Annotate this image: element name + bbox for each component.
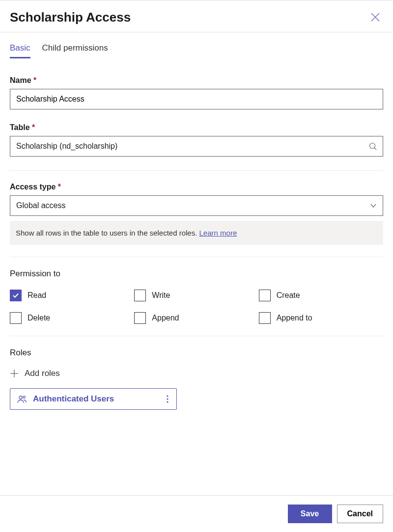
tab-bar: Basic Child permissions: [10, 32, 383, 58]
permission-append-to: Append to: [259, 312, 383, 324]
permission-delete: Delete: [10, 312, 134, 324]
access-type-select[interactable]: Global access: [10, 195, 383, 216]
check-icon: [12, 292, 19, 299]
checkbox-label: Delete: [28, 314, 50, 322]
page-title: Scholarship Access: [10, 10, 131, 25]
tab-basic[interactable]: Basic: [10, 43, 30, 58]
plus-icon: [10, 369, 19, 378]
save-button[interactable]: Save: [288, 505, 332, 523]
divider: [10, 336, 383, 336]
svg-point-10: [167, 401, 168, 402]
search-icon: [369, 142, 377, 150]
access-type-info: Show all rows in the table to users in t…: [10, 221, 383, 245]
chevron-down-icon: [370, 202, 377, 209]
checkbox-append-to[interactable]: [259, 312, 271, 324]
permission-append: Append: [134, 312, 258, 324]
close-icon: [371, 13, 380, 22]
name-input[interactable]: [10, 89, 383, 109]
table-lookup-value: Scholarship (nd_scholarship): [16, 142, 117, 151]
roles-title: Roles: [10, 348, 383, 358]
panel-header: Scholarship Access: [0, 0, 393, 32]
checkbox-label: Read: [28, 291, 46, 300]
checkbox-append[interactable]: [134, 312, 146, 324]
svg-point-8: [167, 395, 168, 397]
permission-create: Create: [259, 290, 383, 301]
more-vertical-icon: [167, 395, 168, 403]
footer: Save Cancel: [0, 495, 393, 532]
svg-point-2: [370, 143, 375, 149]
checkbox-label: Append to: [277, 314, 312, 322]
svg-point-9: [167, 398, 168, 399]
checkbox-create[interactable]: [259, 290, 271, 301]
access-type-label: Access type *: [10, 183, 383, 191]
checkbox-label: Write: [152, 291, 170, 300]
role-chip-authenticated-users[interactable]: Authenticated Users: [10, 388, 177, 410]
checkbox-read[interactable]: [10, 290, 22, 301]
divider: [10, 257, 383, 257]
divider: [10, 170, 383, 171]
permission-read: Read: [10, 290, 134, 301]
role-chip-more-button[interactable]: [164, 393, 171, 405]
svg-point-7: [23, 396, 25, 398]
table-lookup[interactable]: Scholarship (nd_scholarship): [10, 136, 383, 157]
checkbox-label: Append: [152, 314, 179, 322]
add-roles-label: Add roles: [25, 369, 60, 378]
checkbox-label: Create: [277, 291, 300, 300]
people-icon: [17, 394, 27, 404]
permission-grid: ReadWriteCreateDeleteAppendAppend to: [10, 290, 383, 324]
svg-line-3: [374, 148, 376, 150]
cancel-button[interactable]: Cancel: [337, 505, 383, 523]
tab-child-permissions[interactable]: Child permissions: [42, 43, 108, 58]
access-type-value: Global access: [16, 201, 66, 210]
close-button[interactable]: [367, 9, 383, 25]
role-chip-label: Authenticated Users: [33, 394, 114, 404]
table-label: Table *: [10, 123, 383, 132]
name-label: Name *: [10, 76, 383, 85]
checkbox-delete[interactable]: [10, 312, 22, 324]
learn-more-link[interactable]: Learn more: [199, 229, 237, 237]
add-roles-button[interactable]: Add roles: [10, 369, 383, 378]
svg-point-6: [19, 396, 22, 399]
permission-to-title: Permission to: [10, 269, 383, 279]
permission-write: Write: [134, 290, 258, 301]
checkbox-write[interactable]: [134, 290, 146, 301]
